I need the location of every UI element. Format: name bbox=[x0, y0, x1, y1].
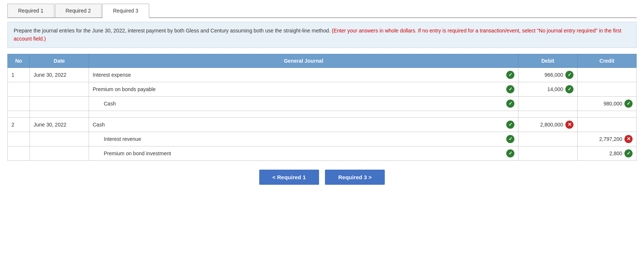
row-credit[interactable] bbox=[578, 67, 637, 82]
check-green-icon: ✓ bbox=[506, 121, 514, 129]
tab-required-1[interactable]: Required 1 bbox=[7, 4, 54, 17]
debit-check-green-icon: ✓ bbox=[565, 85, 573, 93]
instruction-main-text: Prepare the journal entries for the June… bbox=[14, 28, 330, 34]
debit-value: 14,000 bbox=[547, 86, 563, 92]
journal-entry-text: Interest revenue bbox=[93, 136, 506, 142]
debit-check-red-icon: ✕ bbox=[565, 121, 573, 129]
table-row: Premium on bond investment✓2,800✓ bbox=[8, 146, 637, 160]
credit-check-green-icon: ✓ bbox=[624, 100, 633, 108]
table-row: Interest revenue✓2,797,200✕ bbox=[8, 132, 637, 146]
row-journal[interactable]: Premium on bonds payable✓ bbox=[89, 82, 518, 96]
row-debit[interactable]: 2,800,000✕ bbox=[518, 117, 578, 132]
journal-entry-text: Premium on bonds payable bbox=[93, 86, 506, 92]
row-no bbox=[8, 96, 30, 111]
row-credit[interactable]: 2,800✓ bbox=[578, 146, 637, 160]
page-wrapper: Required 1 Required 2 Required 3 Prepare… bbox=[0, 0, 644, 192]
credit-value: 2,800 bbox=[609, 150, 622, 156]
journal-entry-text: Premium on bond investment bbox=[93, 150, 506, 156]
journal-table: No Date General Journal Debit Credit 1Ju… bbox=[7, 54, 637, 161]
next-button[interactable]: Required 3 > bbox=[325, 170, 385, 185]
check-green-icon: ✓ bbox=[506, 135, 514, 143]
tab-bar: Required 1 Required 2 Required 3 bbox=[7, 4, 637, 18]
check-green-icon: ✓ bbox=[506, 149, 514, 157]
row-debit[interactable]: 966,000✓ bbox=[518, 67, 578, 82]
header-credit: Credit bbox=[578, 54, 637, 67]
journal-entry-text: Interest expense bbox=[93, 72, 506, 78]
credit-check-red-icon: ✕ bbox=[624, 135, 633, 143]
table-row: 1June 30, 2022Interest expense✓966,000✓ bbox=[8, 67, 637, 82]
row-journal[interactable]: Cash✓ bbox=[89, 117, 518, 132]
row-debit[interactable] bbox=[518, 146, 578, 160]
row-no: 2 bbox=[8, 117, 30, 132]
row-date: June 30, 2022 bbox=[30, 67, 89, 82]
row-credit[interactable]: 2,797,200✕ bbox=[578, 132, 637, 146]
row-debit[interactable] bbox=[518, 132, 578, 146]
credit-check-green-icon: ✓ bbox=[624, 149, 633, 157]
journal-entry-text: Cash bbox=[93, 101, 506, 107]
row-date bbox=[30, 82, 89, 96]
row-date: June 30, 2022 bbox=[30, 117, 89, 132]
credit-value: 2,797,200 bbox=[599, 136, 622, 142]
check-green-icon: ✓ bbox=[506, 71, 514, 79]
row-journal[interactable]: Interest revenue✓ bbox=[89, 132, 518, 146]
tab-required-3[interactable]: Required 3 bbox=[102, 4, 149, 18]
prev-button[interactable]: < Required 1 bbox=[259, 170, 319, 185]
row-date bbox=[30, 96, 89, 111]
instruction-box: Prepare the journal entries for the June… bbox=[7, 22, 637, 48]
check-green-icon: ✓ bbox=[506, 85, 514, 93]
row-no bbox=[8, 146, 30, 160]
row-no: 1 bbox=[8, 67, 30, 82]
row-date bbox=[30, 132, 89, 146]
row-debit[interactable] bbox=[518, 96, 578, 111]
check-green-icon: ✓ bbox=[506, 100, 514, 108]
row-no bbox=[8, 82, 30, 96]
credit-value: 980,000 bbox=[603, 101, 622, 107]
debit-check-green-icon: ✓ bbox=[565, 71, 573, 79]
header-date: Date bbox=[30, 54, 89, 67]
row-no bbox=[8, 132, 30, 146]
row-journal[interactable]: Premium on bond investment✓ bbox=[89, 146, 518, 160]
row-credit[interactable] bbox=[578, 117, 637, 132]
table-spacer-row bbox=[8, 111, 637, 117]
debit-value: 966,000 bbox=[544, 72, 563, 78]
row-journal[interactable]: Interest expense✓ bbox=[89, 67, 518, 82]
header-debit: Debit bbox=[518, 54, 578, 67]
debit-value: 2,800,000 bbox=[540, 122, 563, 128]
journal-entry-text: Cash bbox=[93, 122, 506, 128]
row-credit[interactable] bbox=[578, 82, 637, 96]
row-journal[interactable]: Cash✓ bbox=[89, 96, 518, 111]
row-debit[interactable]: 14,000✓ bbox=[518, 82, 578, 96]
table-row: Premium on bonds payable✓14,000✓ bbox=[8, 82, 637, 96]
row-credit[interactable]: 980,000✓ bbox=[578, 96, 637, 111]
table-row: Cash✓980,000✓ bbox=[8, 96, 637, 111]
header-journal: General Journal bbox=[89, 54, 518, 67]
tab-required-2[interactable]: Required 2 bbox=[55, 4, 102, 17]
header-no: No bbox=[8, 54, 30, 67]
row-date bbox=[30, 146, 89, 160]
table-row: 2June 30, 2022Cash✓2,800,000✕ bbox=[8, 117, 637, 132]
nav-buttons: < Required 1 Required 3 > bbox=[7, 170, 637, 185]
